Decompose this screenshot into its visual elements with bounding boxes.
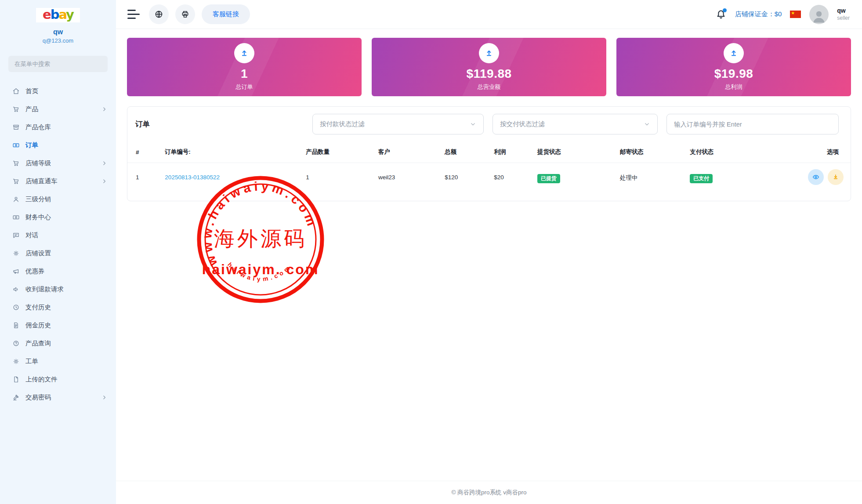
menu-search-input[interactable] xyxy=(8,56,108,72)
watermark-center-cn: 海外源码 xyxy=(214,226,307,250)
gavel-icon xyxy=(12,394,20,401)
stat-value: $19.98 xyxy=(714,67,753,81)
orders-column-header: # xyxy=(127,141,161,163)
ebay-logo[interactable]: ebay xyxy=(36,8,80,22)
order-number-link[interactable]: 20250813-01380522 xyxy=(165,174,220,181)
main-area: 客服链接 店铺保证金：$0 ★ qw seller 1总订单$119.88总营业… xyxy=(116,0,862,504)
sidebar-item-refund-requests[interactable]: 收到退款请求 xyxy=(0,280,116,298)
file-icon xyxy=(12,376,20,383)
megaphone-icon xyxy=(12,268,20,275)
cart-icon xyxy=(12,105,20,113)
person-icon xyxy=(811,7,826,24)
clock-icon xyxy=(12,304,20,311)
sidebar-item-shop-express[interactable]: 店铺直通车 xyxy=(0,172,116,190)
chevron-right-icon xyxy=(101,106,107,112)
sidebar-item-coupons[interactable]: 优惠券 xyxy=(0,262,116,280)
orders-table: #订单编号:产品数量客户总额利润提货状态邮寄状态支付状态选项 120250813… xyxy=(127,141,851,201)
sidebar-user-email: q@123.com xyxy=(0,37,116,44)
help-icon xyxy=(12,340,20,347)
print-button[interactable] xyxy=(175,4,195,24)
order-profit: $20 xyxy=(490,163,534,201)
topbar: 客服链接 店铺保证金：$0 ★ qw seller xyxy=(116,0,862,29)
sidebar-item-uploaded-files[interactable]: 上传的文件 xyxy=(0,370,116,388)
payment-status-filter-label: 按付款状态过滤 xyxy=(320,120,365,128)
ebay-logo-text: ebay xyxy=(38,8,78,21)
user-icon xyxy=(12,196,20,203)
sidebar-item-label: 支付历史 xyxy=(25,303,51,312)
sidebar-item-orders[interactable]: 订单 xyxy=(0,136,116,154)
sidebar-item-work-order[interactable]: 工单 xyxy=(0,352,116,370)
watermark-arc-bottom-text: haiwaiym.com xyxy=(226,261,293,283)
sidebar-item-label: 首页 xyxy=(25,87,38,95)
avatar[interactable] xyxy=(809,5,829,24)
sidebar-item-commission-history[interactable]: 佣金历史 xyxy=(0,316,116,334)
support-link-button[interactable]: 客服链接 xyxy=(202,4,250,24)
notifications-button[interactable] xyxy=(715,9,727,20)
stat-card-total-revenue: $119.88总营业额 xyxy=(372,38,606,96)
delivery-status-filter[interactable]: 按交付状态过滤 xyxy=(493,114,658,134)
payment-status-filter[interactable]: 按付款状态过滤 xyxy=(312,114,484,134)
shop-deposit-link[interactable]: 店铺保证金：$0 xyxy=(735,10,782,18)
globe-icon xyxy=(154,10,163,19)
watermark-center-latin: haiwaiym. com xyxy=(202,261,319,277)
order-qty: 1 xyxy=(302,163,375,201)
download-order-button[interactable] xyxy=(828,169,844,185)
sidebar-item-payment-history[interactable]: 支付历史 xyxy=(0,298,116,316)
sidebar-item-label: 对话 xyxy=(25,231,38,239)
orders-table-header-row: #订单编号:产品数量客户总额利润提货状态邮寄状态支付状态选项 xyxy=(127,141,851,163)
orders-column-header: 客户 xyxy=(375,141,441,163)
table-cell: 已支付 xyxy=(686,163,786,201)
sidebar-item-label: 三级分销 xyxy=(25,195,51,203)
printer-icon xyxy=(181,10,190,19)
sidebar-item-label: 产品仓库 xyxy=(25,123,51,131)
table-row: 120250813-013805221weil23$120$20已提货处理中已支… xyxy=(127,163,851,201)
sidebar-item-three-level-distribution[interactable]: 三级分销 xyxy=(0,190,116,208)
sidebar-item-product-inquiry[interactable]: 产品查询 xyxy=(0,334,116,352)
chevron-down-icon xyxy=(644,121,650,127)
sidebar-item-home[interactable]: 首页 xyxy=(0,82,116,100)
topbar-right: 店铺保证金：$0 ★ qw seller xyxy=(715,5,850,24)
stat-cards: 1总订单$119.88总营业额$19.98总利润 xyxy=(127,38,851,96)
order-total: $120 xyxy=(441,163,490,201)
stat-upload-icon xyxy=(479,43,499,63)
menu-toggle-button[interactable] xyxy=(127,10,140,19)
topbar-user-meta[interactable]: qw seller xyxy=(837,7,850,22)
orders-title: 订单 xyxy=(135,120,150,129)
stat-upload-icon xyxy=(724,43,744,63)
sidebar-item-label: 收到退款请求 xyxy=(25,285,64,294)
order-number-search-input[interactable] xyxy=(666,114,839,134)
order-customer: weil23 xyxy=(375,163,441,201)
sidebar-item-label: 交易密码 xyxy=(25,393,51,402)
app-layout: ebay qw q@123.com 首页产品产品仓库订单店铺等级店铺直通车三级分… xyxy=(0,0,862,504)
sidebar-item-label: 工单 xyxy=(25,357,38,366)
sidebar-item-finance-center[interactable]: 财务中心 xyxy=(0,208,116,226)
stat-card-total-orders: 1总订单 xyxy=(127,38,362,96)
sidebar-item-chat[interactable]: 对话 xyxy=(0,226,116,244)
sidebar-item-product-warehouse[interactable]: 产品仓库 xyxy=(0,118,116,136)
sidebar-item-transaction-password[interactable]: 交易密码 xyxy=(0,388,116,406)
orders-column-header: 选项 xyxy=(786,141,851,163)
stat-upload-icon xyxy=(234,43,254,63)
chevron-right-icon xyxy=(101,160,107,166)
view-order-button[interactable] xyxy=(808,169,824,185)
sidebar-item-label: 店铺设置 xyxy=(25,249,51,257)
page-content: 1总订单$119.88总营业额$19.98总利润 订单 按付款状态过滤 按交付状… xyxy=(116,29,862,481)
download-icon xyxy=(832,173,840,181)
sidebar-item-label: 订单 xyxy=(25,141,38,149)
table-cell: 20250813-01380522 xyxy=(161,163,302,201)
sidebar-item-shop-level[interactable]: 店铺等级 xyxy=(0,154,116,172)
sidebar-item-label: 产品查询 xyxy=(25,339,51,348)
chat-icon xyxy=(12,232,20,239)
orders-column-header: 支付状态 xyxy=(686,141,786,163)
upload-icon xyxy=(484,48,494,58)
sidebar: ebay qw q@123.com 首页产品产品仓库订单店铺等级店铺直通车三级分… xyxy=(0,0,116,504)
language-globe-button[interactable] xyxy=(149,4,169,24)
orders-column-header: 利润 xyxy=(490,141,534,163)
banknote-icon xyxy=(12,214,20,221)
sidebar-item-label: 上传的文件 xyxy=(25,375,58,384)
chevron-right-icon xyxy=(101,178,107,184)
sidebar-item-shop-settings[interactable]: 店铺设置 xyxy=(0,244,116,262)
sidebar-item-label: 财务中心 xyxy=(25,213,51,221)
china-flag-icon[interactable]: ★ xyxy=(790,11,801,18)
sidebar-item-products[interactable]: 产品 xyxy=(0,100,116,118)
